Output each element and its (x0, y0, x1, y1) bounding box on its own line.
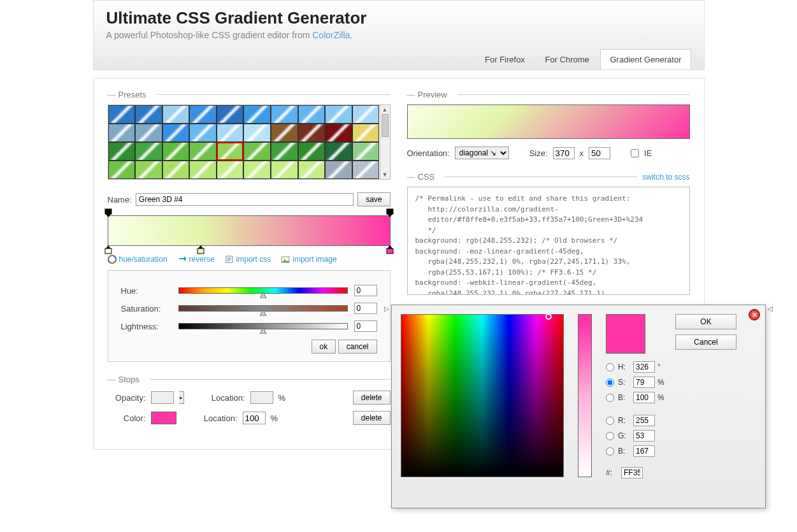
radio-s[interactable] (606, 378, 614, 387)
preset-swatch[interactable] (243, 105, 271, 124)
preset-swatch[interactable] (217, 124, 244, 142)
preset-swatch[interactable] (243, 142, 271, 161)
sv-cursor-icon[interactable] (545, 313, 552, 320)
sv-picker[interactable] (401, 314, 564, 457)
preset-swatch[interactable] (352, 161, 380, 179)
preset-swatch[interactable] (162, 124, 190, 142)
preset-swatch[interactable] (135, 105, 162, 124)
preset-swatch[interactable] (271, 161, 298, 179)
preset-swatch[interactable] (325, 124, 352, 142)
color-stop-2[interactable] (386, 245, 394, 254)
nav-firefox[interactable]: For Firefox (476, 50, 534, 69)
presets-scrollbar[interactable]: ▲ ▼ (380, 105, 390, 179)
preset-swatch[interactable] (217, 105, 244, 124)
preset-swatch[interactable] (298, 142, 326, 161)
orientation-select[interactable]: diagonal ↘ (455, 147, 509, 159)
preset-swatch[interactable] (298, 161, 326, 179)
size-width-input[interactable] (553, 147, 575, 159)
gradient-editor[interactable] (108, 215, 391, 246)
preset-swatch[interactable] (189, 161, 217, 179)
preset-swatch[interactable] (135, 124, 162, 142)
preset-swatch[interactable] (325, 142, 352, 161)
preset-swatch[interactable] (162, 161, 190, 179)
tool-hue-sat[interactable]: hue/saturation (108, 255, 168, 264)
hue-input[interactable] (354, 285, 377, 296)
hue-pointer-icon[interactable] (260, 291, 266, 300)
tool-import-image[interactable]: import image (281, 255, 336, 264)
preset-swatch[interactable] (271, 105, 298, 124)
light-slider[interactable] (178, 323, 348, 329)
color-stop-1[interactable] (197, 245, 205, 254)
sat-input[interactable] (354, 303, 377, 314)
preset-swatch[interactable] (162, 142, 190, 161)
preset-swatch[interactable] (162, 105, 190, 124)
picker-ok-button[interactable]: OK (675, 314, 736, 329)
switch-scss-link[interactable]: switch to scss (642, 173, 689, 182)
color-swatch[interactable] (151, 412, 176, 424)
size-height-input[interactable] (589, 147, 610, 159)
r-input[interactable] (633, 415, 655, 426)
color-stop-0[interactable] (104, 245, 112, 254)
sat-pointer-icon[interactable] (260, 308, 266, 318)
scroll-up-icon[interactable]: ▲ (380, 105, 390, 114)
preset-swatch[interactable] (325, 161, 352, 179)
preset-swatch[interactable] (189, 124, 217, 142)
hsl-ok-button[interactable]: ok (312, 340, 336, 354)
tool-import-css[interactable]: import css (225, 255, 271, 264)
scroll-down-icon[interactable]: ▼ (380, 170, 390, 179)
preset-swatch[interactable] (189, 142, 217, 161)
b-input[interactable] (633, 392, 655, 403)
s-input[interactable] (633, 377, 655, 388)
opacity-stop-right[interactable] (386, 208, 394, 217)
g-input[interactable] (633, 430, 655, 442)
scroll-thumb[interactable] (382, 114, 389, 137)
preset-swatch[interactable] (135, 142, 162, 161)
close-icon[interactable]: ✕ (749, 309, 760, 320)
radio-h[interactable] (606, 363, 614, 371)
h-input[interactable] (633, 361, 655, 373)
preset-swatch[interactable] (108, 124, 136, 142)
opacity-stop-left[interactable] (104, 208, 112, 217)
preset-swatch[interactable] (135, 161, 162, 179)
light-input[interactable] (354, 320, 377, 332)
hue-slider[interactable] (178, 287, 348, 294)
radio-g[interactable] (606, 432, 614, 440)
preset-swatch[interactable] (325, 105, 352, 124)
name-input[interactable] (136, 193, 354, 206)
preset-swatch[interactable] (108, 161, 136, 179)
opacity-delete-button[interactable]: delete (353, 391, 391, 405)
preset-swatch[interactable] (271, 142, 298, 161)
preset-swatch[interactable] (352, 105, 380, 124)
nav-chrome[interactable]: For Chrome (536, 50, 598, 69)
colorzilla-link[interactable]: ColorZilla (312, 30, 350, 40)
bl-input[interactable] (633, 445, 655, 457)
css-output[interactable]: /* Permalink - use to edit and share thi… (407, 187, 690, 295)
preset-swatch[interactable] (108, 105, 136, 124)
nav-generator[interactable]: Gradient Generator (600, 49, 691, 69)
hsl-cancel-button[interactable]: cancel (338, 340, 377, 354)
sat-slider[interactable] (178, 305, 348, 312)
preset-swatch[interactable] (352, 142, 380, 161)
preset-swatch[interactable] (298, 124, 326, 142)
radio-r[interactable] (606, 417, 614, 425)
preset-swatch[interactable] (217, 161, 244, 179)
radio-b[interactable] (606, 394, 614, 402)
picker-cancel-button[interactable]: Cancel (675, 334, 736, 350)
ie-checkbox[interactable] (631, 149, 639, 157)
tool-reverse[interactable]: reverse (178, 255, 215, 264)
light-pointer-icon[interactable] (260, 326, 266, 336)
preset-swatch[interactable] (243, 161, 271, 179)
radio-bl[interactable] (606, 447, 614, 456)
hue-arrow-left-icon[interactable]: ▷ (384, 305, 389, 312)
preset-swatch[interactable] (217, 142, 244, 161)
color-delete-button[interactable]: delete (353, 411, 391, 425)
preset-swatch[interactable] (243, 124, 271, 142)
preset-swatch[interactable] (352, 124, 380, 142)
hue-arrow-right-icon[interactable]: ◁ (768, 305, 773, 312)
preset-swatch[interactable] (271, 124, 298, 142)
save-button[interactable]: save (357, 192, 390, 206)
preset-swatch[interactable] (189, 105, 217, 124)
preset-swatch[interactable] (108, 142, 136, 161)
hue-strip[interactable] (578, 314, 592, 457)
color-location-input[interactable] (243, 412, 266, 424)
